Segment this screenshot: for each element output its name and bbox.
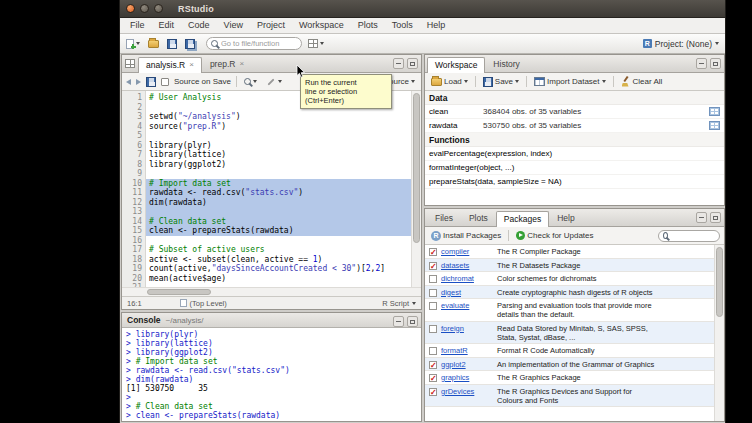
goto-file-function-input[interactable] bbox=[221, 39, 295, 48]
view-data-grid-icon[interactable] bbox=[709, 107, 720, 116]
editor-vertical-scrollbar[interactable] bbox=[411, 91, 421, 287]
packages-search-box[interactable] bbox=[658, 230, 720, 242]
code-line[interactable]: # Subset of active users bbox=[146, 245, 411, 255]
view-data-grid-icon[interactable] bbox=[709, 121, 720, 130]
workspace-item[interactable]: rawdata530750 obs. of 35 variables bbox=[425, 119, 724, 133]
open-file-button[interactable] bbox=[146, 39, 161, 49]
package-link[interactable]: foreign bbox=[441, 324, 497, 333]
new-file-button[interactable] bbox=[124, 38, 142, 50]
code-line[interactable]: clean <- prepareStats(rawdata) bbox=[146, 226, 411, 236]
code-line[interactable] bbox=[146, 236, 411, 246]
editor-horizontal-scrollbar[interactable] bbox=[122, 287, 421, 296]
package-link[interactable]: grDevices bbox=[441, 387, 497, 396]
window-close-button[interactable] bbox=[126, 4, 135, 13]
maximize-pane-button[interactable] bbox=[407, 58, 418, 69]
save-all-button[interactable] bbox=[183, 38, 199, 50]
code-tools-button[interactable] bbox=[264, 76, 284, 87]
scope-selector[interactable]: (Top Level) bbox=[180, 299, 227, 308]
file-type-selector[interactable]: R Script bbox=[382, 299, 416, 308]
import-dataset-button[interactable]: Import Dataset bbox=[532, 76, 607, 87]
clear-all-button[interactable]: Clear All bbox=[619, 76, 665, 88]
package-link[interactable]: evaluate bbox=[441, 301, 497, 310]
load-workspace-button[interactable]: Load bbox=[429, 76, 470, 87]
save-button[interactable] bbox=[165, 38, 179, 50]
install-packages-button[interactable]: R Install Packages bbox=[429, 230, 503, 242]
save-workspace-button[interactable]: Save bbox=[481, 76, 521, 88]
checkbox-unchecked-icon[interactable] bbox=[429, 302, 437, 310]
project-chooser[interactable]: R Project: (None) bbox=[643, 34, 719, 53]
menu-file[interactable]: File bbox=[123, 18, 152, 33]
packages-search-input[interactable] bbox=[671, 231, 715, 240]
checkbox-unchecked-icon[interactable] bbox=[429, 289, 437, 297]
minimize-pane-button[interactable] bbox=[696, 212, 707, 223]
tab-plots[interactable]: Plots bbox=[461, 210, 496, 226]
menu-help[interactable]: Help bbox=[420, 18, 453, 33]
editor-code[interactable]: # User Analysis setwd("~/analysis")sourc… bbox=[146, 91, 411, 287]
back-icon[interactable] bbox=[126, 79, 131, 85]
code-line[interactable]: # Clean data set bbox=[146, 217, 411, 227]
scrollbar-thumb[interactable] bbox=[413, 93, 420, 243]
code-line[interactable]: source("prep.R") bbox=[146, 122, 411, 132]
check-updates-button[interactable]: Check for Updates bbox=[514, 230, 595, 241]
checkbox-checked-icon[interactable]: ✓ bbox=[429, 262, 437, 270]
forward-icon[interactable] bbox=[136, 79, 141, 85]
code-line[interactable] bbox=[146, 169, 411, 179]
code-line[interactable]: setwd("~/analysis") bbox=[146, 112, 411, 122]
checkbox-unchecked-icon[interactable] bbox=[429, 275, 437, 283]
checkbox-checked-icon[interactable]: ✓ bbox=[429, 361, 437, 369]
find-replace-button[interactable] bbox=[242, 77, 259, 86]
packages-vertical-scrollbar[interactable] bbox=[714, 245, 724, 421]
code-editor[interactable]: 123456789101112131415161718192021 # User… bbox=[122, 91, 421, 287]
checkbox-unchecked-icon[interactable] bbox=[429, 347, 437, 355]
code-line[interactable]: active <- subset(clean, active == 1) bbox=[146, 255, 411, 265]
workspace-item[interactable]: evalPercentage(expression, index) bbox=[425, 147, 724, 161]
code-line[interactable]: mean(active$age) bbox=[146, 274, 411, 284]
tab-workspace[interactable]: Workspace bbox=[427, 57, 485, 73]
tab-analysis-r[interactable]: analysis.R× bbox=[138, 57, 202, 73]
code-line[interactable]: rawdata <- read.csv("stats.csv") bbox=[146, 188, 411, 198]
package-link[interactable]: ggplot2 bbox=[441, 360, 497, 369]
menu-project[interactable]: Project bbox=[250, 18, 292, 33]
scrollbar-thumb[interactable] bbox=[716, 247, 723, 317]
code-line[interactable]: library(lattice) bbox=[146, 150, 411, 160]
workspace-item[interactable]: formatInteger(object, ...) bbox=[425, 161, 724, 175]
code-line[interactable]: dim(rawdata) bbox=[146, 198, 411, 208]
tab-packages[interactable]: Packages bbox=[496, 211, 549, 227]
menu-tools[interactable]: Tools bbox=[385, 18, 420, 33]
maximize-pane-button[interactable] bbox=[710, 212, 721, 223]
package-link[interactable]: formatR bbox=[441, 346, 497, 355]
close-tab-icon[interactable]: × bbox=[189, 61, 194, 69]
window-maximize-button[interactable] bbox=[154, 4, 163, 13]
source-on-save-checkbox[interactable] bbox=[161, 78, 169, 86]
minimize-pane-button[interactable] bbox=[393, 316, 404, 327]
minimize-pane-button[interactable] bbox=[393, 58, 404, 69]
goto-file-function-box[interactable] bbox=[206, 37, 302, 50]
package-link[interactable]: graphics bbox=[441, 373, 497, 382]
checkbox-checked-icon[interactable]: ✓ bbox=[429, 374, 437, 382]
menu-plots[interactable]: Plots bbox=[351, 18, 385, 33]
code-line[interactable] bbox=[146, 131, 411, 141]
workspace-item[interactable]: prepareStats(data, sampleSize = NA) bbox=[425, 175, 724, 189]
code-line[interactable]: library(plyr) bbox=[146, 141, 411, 151]
maximize-pane-button[interactable] bbox=[710, 58, 721, 69]
tab-files[interactable]: Files bbox=[427, 210, 461, 226]
workspace-item[interactable]: clean368404 obs. of 35 variables bbox=[425, 105, 724, 119]
scrollbar-thumb[interactable] bbox=[147, 289, 211, 295]
package-link[interactable]: digest bbox=[441, 288, 497, 297]
menu-code[interactable]: Code bbox=[181, 18, 217, 33]
tab-history[interactable]: History bbox=[485, 56, 527, 72]
save-source-icon[interactable] bbox=[146, 77, 156, 87]
console-output[interactable]: > library(plyr)> library(lattice)> libra… bbox=[122, 328, 421, 421]
minimize-pane-button[interactable] bbox=[696, 58, 707, 69]
menu-edit[interactable]: Edit bbox=[152, 18, 182, 33]
checkbox-checked-icon[interactable]: ✓ bbox=[429, 248, 437, 256]
close-tab-icon[interactable]: × bbox=[239, 60, 244, 68]
tab-help[interactable]: Help bbox=[549, 210, 582, 226]
package-link[interactable]: compiler bbox=[441, 247, 497, 256]
checkbox-unchecked-icon[interactable] bbox=[429, 325, 437, 333]
package-link[interactable]: datasets bbox=[441, 261, 497, 270]
code-line[interactable] bbox=[146, 207, 411, 217]
code-line[interactable]: count(active,"daysSinceAccountCreated < … bbox=[146, 264, 411, 274]
tab-prep-r[interactable]: prep.R× bbox=[202, 56, 252, 72]
menu-workspace[interactable]: Workspace bbox=[292, 18, 351, 33]
